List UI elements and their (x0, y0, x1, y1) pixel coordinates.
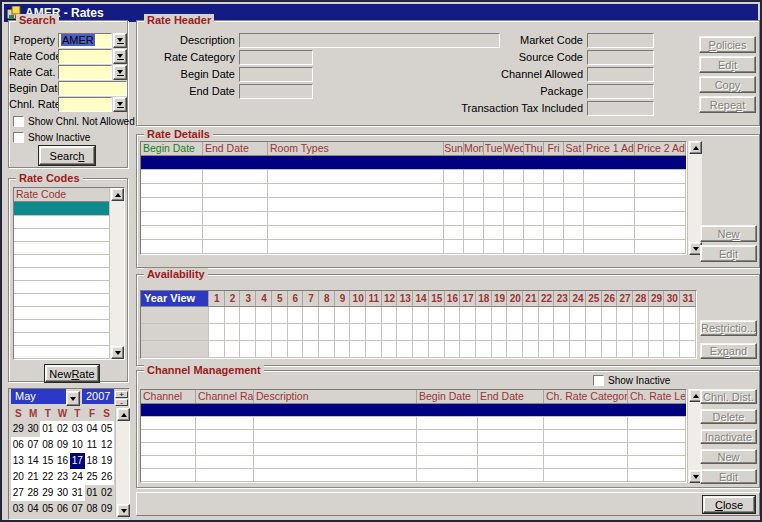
calendar-day[interactable]: 01 (85, 485, 100, 501)
calendar-day[interactable]: 02 (99, 485, 114, 501)
column-header: End Date (478, 390, 544, 403)
rate-codes-scrollbar[interactable] (109, 188, 124, 359)
source-code-field[interactable] (587, 50, 654, 65)
scroll-down-button[interactable] (111, 346, 124, 359)
table-cell (141, 212, 203, 225)
year-decrement-button[interactable]: - (115, 399, 128, 406)
calendar: May 2007 + - SMTWTFS 2930010203040506070… (8, 388, 130, 520)
channel-allowed-field[interactable] (587, 67, 654, 82)
market-code-field[interactable] (587, 33, 654, 48)
property-field[interactable]: AMER (58, 33, 112, 48)
chnl-rate-lov-button[interactable] (113, 97, 127, 112)
rate-code-row (14, 242, 110, 255)
property-lov-button[interactable] (113, 33, 127, 48)
calendar-day[interactable]: 05 (99, 421, 114, 437)
table-cell (635, 198, 686, 211)
calendar-day[interactable]: 09 (99, 501, 114, 517)
calendar-day[interactable]: 29 (40, 485, 55, 501)
calendar-day[interactable]: 16 (55, 453, 70, 469)
table-cell (544, 170, 564, 183)
calendar-day[interactable]: 07 (26, 437, 41, 453)
calendar-day[interactable]: 17 (70, 453, 85, 469)
calendar-day[interactable]: 03 (70, 421, 85, 437)
scroll-up-button[interactable] (117, 408, 130, 421)
calendar-day[interactable]: 24 (70, 469, 85, 485)
calendar-day[interactable]: 23 (55, 469, 70, 485)
show-inactive-checkbox[interactable] (13, 132, 24, 143)
rate-code-field[interactable] (58, 49, 112, 64)
calendar-day[interactable]: 19 (99, 453, 114, 469)
transaction-tax-included-field[interactable] (587, 101, 654, 116)
package-field[interactable] (587, 84, 654, 99)
selected-row[interactable] (141, 156, 686, 170)
calendar-scrollbar[interactable] (115, 408, 129, 517)
calendar-day[interactable]: 31 (70, 485, 85, 501)
table-cell (254, 469, 417, 481)
availability-cell (554, 307, 570, 323)
rate-code-row (14, 320, 110, 333)
calendar-day[interactable]: 02 (55, 421, 70, 437)
calendar-day[interactable]: 06 (11, 437, 26, 453)
calendar-day[interactable]: 18 (85, 453, 100, 469)
calendar-day[interactable]: 13 (11, 453, 26, 469)
calendar-day[interactable]: 21 (26, 469, 41, 485)
calendar-day[interactable]: 04 (26, 501, 41, 517)
calendar-month-dropdown-button[interactable] (66, 391, 80, 406)
calendar-day[interactable]: 10 (70, 437, 85, 453)
rate-category-field[interactable] (239, 50, 313, 65)
channel-show-inactive-checkbox[interactable] (593, 375, 604, 386)
chnl-rate-field[interactable] (58, 97, 112, 112)
availability-cell (476, 307, 492, 323)
calendar-day[interactable]: 01 (40, 421, 55, 437)
calendar-day[interactable]: 26 (99, 469, 114, 485)
scroll-up-button[interactable] (111, 188, 124, 201)
show-chnl-not-allowed-checkbox[interactable] (13, 116, 24, 127)
day-column-header: 24 (570, 291, 586, 306)
calendar-day[interactable]: 08 (85, 501, 100, 517)
scroll-down-button[interactable] (117, 504, 130, 517)
calendar-day[interactable]: 25 (85, 469, 100, 485)
availability-row (141, 341, 696, 358)
calendar-day[interactable]: 30 (26, 421, 41, 437)
availability-cell (319, 307, 335, 323)
calendar-day[interactable]: 15 (40, 453, 55, 469)
rate-cat-lov-button[interactable] (113, 65, 127, 80)
availability-cell (350, 307, 366, 323)
calendar-day[interactable]: 20 (11, 469, 26, 485)
calendar-day[interactable]: 22 (40, 469, 55, 485)
day-column-header: 3 (240, 291, 256, 306)
selected-row[interactable] (141, 404, 686, 417)
repeat-button: Repeat (699, 96, 756, 113)
begin-date-field[interactable] (58, 81, 127, 96)
calendar-day[interactable]: 03 (11, 501, 26, 517)
calendar-day[interactable]: 04 (85, 421, 100, 437)
calendar-day[interactable]: 07 (70, 501, 85, 517)
table-row (141, 417, 686, 430)
begin-date-field[interactable] (239, 67, 313, 82)
calendar-year[interactable]: 2007 (82, 389, 114, 404)
calendar-day[interactable]: 06 (55, 501, 70, 517)
calendar-day[interactable]: 14 (26, 453, 41, 469)
calendar-day[interactable]: 27 (11, 485, 26, 501)
calendar-day[interactable]: 09 (55, 437, 70, 453)
rate-code-lov-button[interactable] (113, 49, 127, 64)
calendar-day[interactable]: 28 (26, 485, 41, 501)
calendar-day[interactable]: 08 (40, 437, 55, 453)
new-rate-button[interactable]: New Rate (45, 365, 99, 382)
calendar-day[interactable]: 30 (55, 485, 70, 501)
calendar-day[interactable]: 11 (85, 437, 100, 453)
year-increment-button[interactable]: + (115, 391, 128, 398)
edit-button: Edit (700, 469, 757, 484)
calendar-day[interactable]: 05 (40, 501, 55, 517)
availability-cell (350, 324, 366, 340)
selected-rate-code-row[interactable] (14, 202, 110, 216)
calendar-day[interactable]: 12 (99, 437, 114, 453)
calendar-day[interactable]: 29 (11, 421, 26, 437)
rate-cat-field[interactable] (58, 65, 112, 80)
end-date-field[interactable] (239, 84, 313, 99)
close-button[interactable]: Close (703, 496, 755, 513)
down-arrow-icon (121, 509, 127, 513)
search-button[interactable]: Search (39, 146, 95, 165)
calendar-month-select[interactable]: May (11, 389, 66, 404)
scroll-up-button[interactable] (689, 141, 702, 154)
